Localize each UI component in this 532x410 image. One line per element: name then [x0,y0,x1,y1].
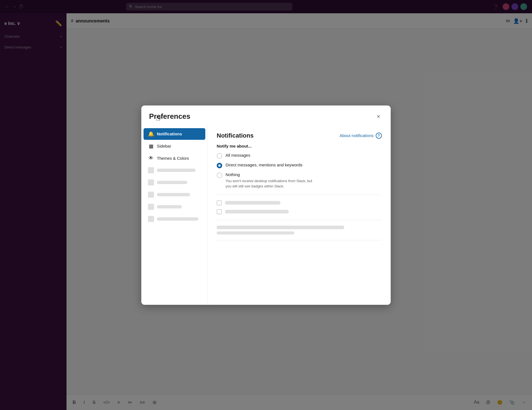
preferences-sidebar: 🔔 Notifications ▦ Sidebar 👁 Themes & Col… [141,125,208,305]
modal-header: Preferences × [141,105,391,125]
placeholder-bar [157,169,196,172]
nav-label-themes: Themes & Colors [157,156,189,161]
sidebar-item-notifications[interactable]: 🔔 Notifications [144,128,205,140]
checkbox-1[interactable] [217,200,222,205]
preferences-content: Notifications About notifications ? Noti… [208,125,391,305]
placeholder-line-1 [217,226,344,229]
placeholder-icon [148,167,154,173]
placeholder-icon [148,179,154,185]
modal-body: 🔔 Notifications ▦ Sidebar 👁 Themes & Col… [141,125,391,305]
placeholder-nav-4 [144,201,205,213]
radio-option-direct: Direct messages, mentions and keywords [217,163,382,168]
close-button[interactable]: × [374,112,383,121]
checkbox-label-placeholder-1 [225,201,280,205]
radio-direct[interactable] [217,163,222,168]
sidebar-icon: ▦ [148,143,154,149]
placeholder-icon [148,204,154,210]
themes-icon: 👁 [148,155,154,161]
checkbox-row-2 [217,209,382,214]
radio-label-nothing: Nothing [226,172,240,177]
checkbox-2[interactable] [217,209,222,214]
modal-overlay: Preferences × 🔔 Notifications ▦ Sidebar … [0,0,532,410]
radio-option-nothing: Nothing You won't receive desktop notifi… [217,172,382,189]
placeholder-nav-2 [144,177,205,188]
placeholder-nav-1 [144,164,205,176]
placeholder-bar [157,217,198,221]
about-row: About notifications ? [339,133,382,139]
nothing-description: You won't receive desktop notifications … [226,178,312,189]
sidebar-item-themes[interactable]: 👁 Themes & Colors [144,153,205,164]
section-divider [217,195,382,195]
nav-label-notifications: Notifications [157,131,182,136]
radio-label-all: All messages [226,153,250,158]
placeholder-bar [157,205,182,208]
radio-option-all: All messages [217,153,382,159]
section-title-row: Notifications About notifications ? [217,132,382,139]
checkbox-row-1 [217,200,382,205]
nav-label-sidebar: Sidebar [157,144,171,148]
notifications-icon: 🔔 [148,131,154,137]
placeholder-bar [157,193,190,196]
preferences-modal: Preferences × 🔔 Notifications ▦ Sidebar … [141,105,391,305]
section-divider-2 [217,220,382,220]
checkbox-label-placeholder-2 [225,210,289,213]
radio-nothing[interactable] [217,172,222,178]
placeholder-nav-5 [144,213,205,225]
placeholder-line-2 [217,231,294,234]
nothing-option-content: Nothing You won't receive desktop notifi… [226,172,312,189]
section-title: Notifications [217,132,254,139]
placeholder-icon [148,216,154,222]
radio-label-direct: Direct messages, mentions and keywords [226,163,303,167]
placeholder-nav-3 [144,189,205,200]
sidebar-item-sidebar[interactable]: ▦ Sidebar [144,140,205,152]
radio-all[interactable] [217,153,222,159]
notify-label: Notify me about... [217,144,382,148]
modal-title: Preferences [149,112,190,121]
section-divider-3 [217,240,382,240]
placeholder-icon [148,192,154,198]
placeholder-bar [157,181,187,184]
about-notifications-link[interactable]: About notifications [339,133,374,138]
help-circle-icon[interactable]: ? [376,133,382,139]
